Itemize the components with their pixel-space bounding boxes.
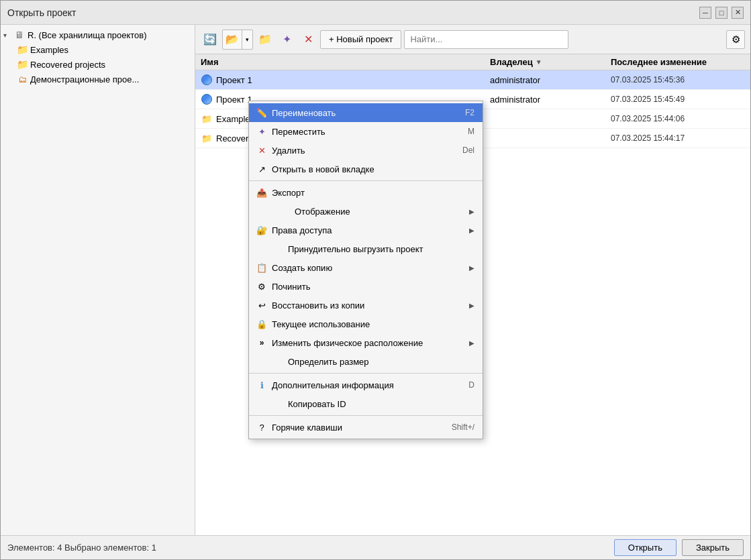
row-date-cell: 07.03.2025 15:45:49 bbox=[611, 95, 745, 104]
column-header-date[interactable]: Последнее изменение bbox=[611, 57, 745, 67]
sort-icon-owner: ▼ bbox=[536, 58, 542, 66]
ctx-item-usage[interactable]: 🔒 Текущее использование bbox=[249, 315, 483, 333]
toolbar: 🔄 📂 ▾ 📁 ✦ ✕ + Новый проект ⚙ bbox=[195, 25, 750, 54]
refresh-button[interactable]: 🔄 bbox=[201, 30, 219, 49]
close-button[interactable]: ✕ bbox=[732, 7, 744, 19]
row-name-cell: Проект 1 bbox=[201, 74, 490, 86]
ctx-item-move[interactable]: ✦ Переместить M bbox=[249, 122, 483, 141]
ctx-item-copy-id[interactable]: Копировать ID bbox=[249, 394, 483, 413]
access-submenu-arrow: ▶ bbox=[469, 227, 474, 234]
ctx-label-usage: Текущее использование bbox=[272, 319, 474, 329]
ctx-label-copy-id: Копировать ID bbox=[272, 399, 474, 409]
ctx-shortcut-info: D bbox=[468, 380, 474, 390]
open-folder-button[interactable]: 📂 bbox=[223, 30, 242, 49]
sidebar-item-examples[interactable]: 📁 Examples bbox=[1, 42, 195, 57]
window-controls: ─ □ ✕ bbox=[699, 7, 744, 19]
sidebar-item-label-recovered: Recovered projects bbox=[30, 60, 105, 70]
row-date-cell: 07.03.2025 15:44:17 bbox=[611, 133, 745, 143]
ctx-item-copy[interactable]: 📋 Создать копию ▶ bbox=[249, 258, 483, 277]
search-input[interactable] bbox=[404, 30, 568, 49]
ctx-label-rename: Переименовать bbox=[272, 108, 461, 118]
open-folder-dropdown[interactable]: ▾ bbox=[242, 30, 252, 49]
server-icon: 🖥 bbox=[14, 30, 25, 40]
export-icon: 📤 bbox=[256, 186, 268, 199]
ctx-label-export: Экспорт bbox=[272, 188, 474, 198]
ctx-label-delete: Удалить bbox=[272, 146, 458, 156]
minimize-button[interactable]: ─ bbox=[699, 7, 711, 19]
add-folder-button[interactable]: 📁 bbox=[256, 30, 274, 49]
expand-icon: ▾ bbox=[3, 32, 11, 39]
ctx-item-info[interactable]: ℹ Дополнительная информация D bbox=[249, 376, 483, 394]
ctx-separator-1 bbox=[249, 180, 483, 181]
row-owner-cell: administrator bbox=[490, 75, 611, 85]
ctx-label-repair: Починить bbox=[272, 282, 474, 292]
location-icon: » bbox=[256, 337, 268, 349]
table-header: Имя Владелец ▼ Последнее изменение bbox=[195, 54, 750, 70]
sidebar-item-demo[interactable]: 🗂 Демонстрационные прое... bbox=[1, 72, 195, 87]
ctx-item-display[interactable]: Отображение ▶ bbox=[249, 202, 483, 221]
access-icon: 🔐 bbox=[256, 224, 268, 236]
copy-icon: 📋 bbox=[256, 262, 268, 274]
copy-id-icon bbox=[256, 398, 268, 410]
forceunload-icon bbox=[256, 243, 268, 255]
ctx-item-export[interactable]: 📤 Экспорт bbox=[249, 183, 483, 202]
ctx-separator-2 bbox=[249, 373, 483, 374]
column-header-name[interactable]: Имя bbox=[201, 57, 490, 67]
ctx-item-repair[interactable]: ⚙ Починить bbox=[249, 277, 483, 296]
settings-button[interactable]: ⚙ bbox=[726, 30, 745, 49]
move-button[interactable]: ✦ bbox=[277, 30, 296, 49]
column-header-owner[interactable]: Владелец ▼ bbox=[490, 57, 611, 67]
ctx-item-hotkeys[interactable]: ? Горячие клавиши Shift+/ bbox=[249, 418, 483, 437]
ctx-label-restore: Восстановить из копии bbox=[272, 300, 462, 311]
ctx-label-hotkeys: Горячие клавиши bbox=[272, 423, 448, 433]
ctx-item-size[interactable]: Определить размер bbox=[249, 352, 483, 371]
sidebar-item-root[interactable]: ▾ 🖥 R. (Все хранилища проектов) bbox=[1, 27, 195, 42]
ctx-shortcut-move: M bbox=[468, 127, 474, 136]
open-button[interactable]: Открыть bbox=[614, 539, 677, 556]
sidebar: ▾ 🖥 R. (Все хранилища проектов) 📁 Exampl… bbox=[1, 25, 195, 535]
display-icon bbox=[256, 205, 268, 217]
ctx-item-delete[interactable]: ✕ Удалить Del bbox=[249, 141, 483, 160]
ctx-item-rename[interactable]: ✏️ Переименовать F2 bbox=[249, 103, 483, 122]
ctx-label-display: Отображение bbox=[272, 207, 462, 217]
title-bar: Открыть проект ─ □ ✕ bbox=[1, 1, 750, 25]
status-bar: Элементов: 4 Выбрано элементов: 1 Открыт… bbox=[1, 535, 750, 559]
ctx-label-info: Дополнительная информация bbox=[272, 380, 464, 390]
delete-ctx-icon: ✕ bbox=[256, 144, 268, 156]
ctx-separator-3 bbox=[249, 415, 483, 416]
ctx-item-location[interactable]: » Изменить физическое расположение ▶ bbox=[249, 333, 483, 352]
move-ctx-icon: ✦ bbox=[256, 125, 268, 137]
ctx-label-location: Изменить физическое расположение bbox=[272, 338, 462, 348]
row-icon-globe bbox=[201, 74, 213, 86]
new-project-button[interactable]: + Новый проект bbox=[320, 30, 401, 49]
close-button[interactable]: Закрыть bbox=[682, 539, 744, 556]
open-tab-icon: ↗ bbox=[256, 163, 268, 175]
window-title: Открыть проект bbox=[7, 7, 77, 18]
status-buttons: Открыть Закрыть bbox=[614, 539, 744, 556]
copy-submenu-arrow: ▶ bbox=[469, 264, 474, 272]
ctx-item-restore[interactable]: ↩ Восстановить из копии ▶ bbox=[249, 296, 483, 315]
row-date-cell: 07.03.2025 15:44:06 bbox=[611, 114, 745, 123]
ctx-item-forceunload[interactable]: Принудительно выгрузить проект bbox=[249, 239, 483, 258]
status-text: Элементов: 4 Выбрано элементов: 1 bbox=[7, 543, 156, 553]
ctx-label-copy: Создать копию bbox=[272, 263, 462, 273]
ctx-shortcut-hotkeys: Shift+/ bbox=[452, 423, 474, 432]
table-row[interactable]: Проект 1 administrator 07.03.2025 15:45:… bbox=[195, 70, 750, 90]
location-submenu-arrow: ▶ bbox=[469, 339, 474, 347]
maximize-button[interactable]: □ bbox=[715, 7, 728, 19]
usage-icon: 🔒 bbox=[256, 318, 268, 330]
open-folder-group: 📂 ▾ bbox=[222, 30, 253, 50]
ctx-shortcut-rename: F2 bbox=[465, 108, 474, 117]
sidebar-item-recovered[interactable]: 📁 Recovered projects bbox=[1, 57, 195, 72]
size-icon bbox=[256, 355, 268, 368]
ctx-item-access[interactable]: 🔐 Права доступа ▶ bbox=[249, 221, 483, 239]
row-icon-folder: 📁 bbox=[201, 113, 213, 125]
folder-icon-recovered: 📁 bbox=[17, 59, 28, 70]
context-menu: ✏️ Переименовать F2 ✦ Переместить M ✕ Уд… bbox=[248, 101, 483, 439]
folder-icon-examples: 📁 bbox=[17, 44, 28, 55]
ctx-label-access: Права доступа bbox=[272, 225, 462, 235]
ctx-item-open-tab[interactable]: ↗ Открыть в новой вкладке bbox=[249, 160, 483, 178]
rename-icon: ✏️ bbox=[256, 107, 268, 119]
row-name: Проект 1 bbox=[216, 95, 252, 105]
delete-button[interactable]: ✕ bbox=[299, 30, 317, 49]
